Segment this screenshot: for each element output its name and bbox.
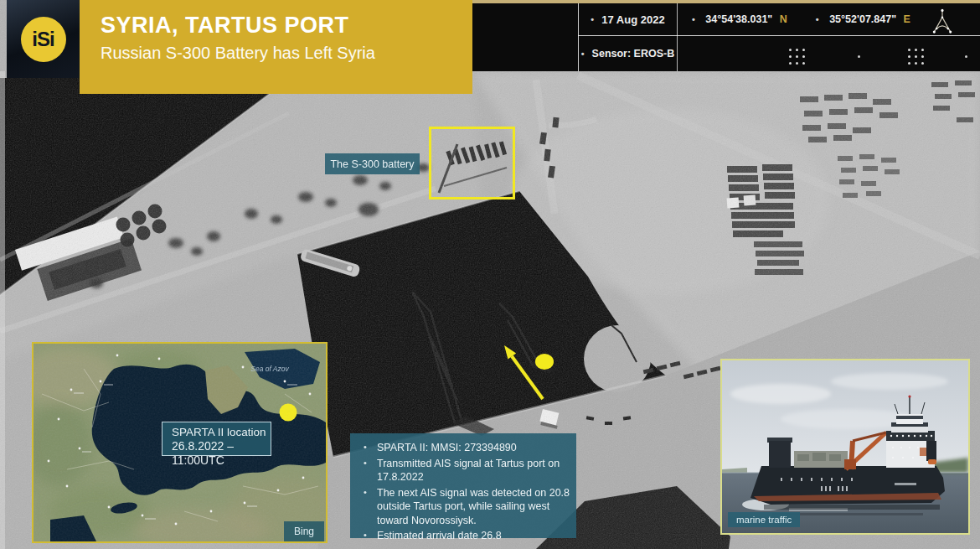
marine-traffic-caption: marine traffic xyxy=(728,512,800,527)
sparta-location-line1: SPARTA II location xyxy=(172,426,271,439)
isi-logo: iSi xyxy=(7,0,80,78)
sparta-location-label: SPARTA II location 26.8.2022 – 11:00UTC xyxy=(162,422,271,456)
report-slide: iSi SYRIA, TARTUS PORT Russian S-300 Bat… xyxy=(0,0,980,549)
latitude: • 34°54'38.031" N xyxy=(692,13,787,25)
capture-date: • 17 Aug 2022 xyxy=(579,3,677,35)
longitude-hemisphere: E xyxy=(904,13,910,25)
dot-icon xyxy=(858,55,860,58)
fiducial-dots xyxy=(578,39,980,71)
title-banner: SYRIA, TARTUS PORT Russian S-300 Battery… xyxy=(80,0,472,94)
ais-bullet: SPARTA II: MMSI: 273394890 xyxy=(362,441,570,455)
bullet-glyph: • xyxy=(816,14,819,24)
ais-bullet: The next AIS signal was detected on 20.8… xyxy=(362,486,570,528)
pointer-arrow xyxy=(493,340,554,407)
bullet-glyph: • xyxy=(591,14,594,24)
s300-label: The S-300 battery xyxy=(325,153,420,174)
coordinates: • 34°54'38.031" N • 35°52'07.847" E xyxy=(678,3,926,35)
isi-logo-text: iSi xyxy=(32,28,54,51)
sparta-ship-photo xyxy=(722,360,968,533)
slide-title: SYRIA, TARTUS PORT xyxy=(101,13,472,39)
dot-grid-icon xyxy=(789,49,805,65)
bullet-glyph: • xyxy=(692,14,695,24)
north-arrow-icon xyxy=(926,8,959,35)
latitude-hemisphere: N xyxy=(780,13,787,25)
ship-photo-inset: marine traffic xyxy=(720,359,970,535)
s300-highlight-box xyxy=(429,127,515,199)
sparta-location-line2: 26.8.2022 – 11:00UTC xyxy=(172,439,271,468)
dot-grid-icon xyxy=(908,49,924,65)
ais-bullet-list: SPARTA II: MMSI: 273394890 Transmitted A… xyxy=(362,441,570,543)
isi-logo-disc: iSi xyxy=(21,17,66,62)
longitude: • 35°52'07.847" E xyxy=(816,13,910,25)
location-dot xyxy=(535,354,554,370)
ais-info-box: SPARTA II: MMSI: 273394890 Transmitted A… xyxy=(350,433,576,538)
capture-date-value: 17 Aug 2022 xyxy=(601,13,664,26)
ais-bullet: Transmitted AIS signal at Tartus port on… xyxy=(362,457,570,484)
longitude-value: 35°52'07.847" xyxy=(829,13,896,25)
metadata-bar: • 17 Aug 2022 • 34°54'38.031" N • 35°52'… xyxy=(472,0,980,71)
dot-icon xyxy=(965,55,967,58)
ais-bullet: Estimated arrival date 26.8 xyxy=(362,529,570,543)
map-inset: Sea of Azov SPARTA II location 26.8.2022… xyxy=(32,342,328,543)
bing-attribution[interactable]: Bing xyxy=(284,521,324,541)
slide-subtitle: Russian S-300 Battery has Left Syria xyxy=(101,44,472,63)
latitude-value: 34°54'38.031" xyxy=(705,13,772,25)
